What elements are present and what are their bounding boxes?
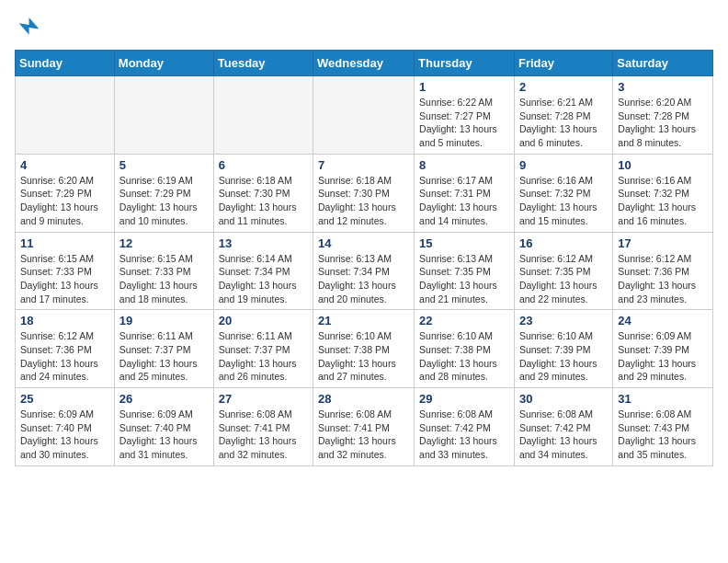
calendar-body: 1Sunrise: 6:22 AM Sunset: 7:27 PM Daylig… (16, 76, 713, 466)
day-number: 22 (419, 314, 509, 327)
week-row: 18Sunrise: 6:12 AM Sunset: 7:36 PM Dayli… (16, 310, 713, 388)
day-number: 20 (219, 314, 308, 327)
calendar-cell (313, 76, 415, 155)
calendar-cell: 6Sunrise: 6:18 AM Sunset: 7:30 PM Daylig… (213, 154, 313, 232)
calendar-cell: 21Sunrise: 6:10 AM Sunset: 7:38 PM Dayli… (313, 310, 415, 388)
svg-marker-0 (19, 17, 40, 35)
calendar-cell: 19Sunrise: 6:11 AM Sunset: 7:37 PM Dayli… (114, 310, 213, 388)
logo (15, 15, 44, 40)
calendar-cell: 15Sunrise: 6:13 AM Sunset: 7:35 PM Dayli… (415, 232, 515, 310)
calendar-cell: 28Sunrise: 6:08 AM Sunset: 7:41 PM Dayli… (313, 388, 415, 466)
calendar-cell: 24Sunrise: 6:09 AM Sunset: 7:39 PM Dayli… (613, 310, 713, 388)
calendar-cell: 30Sunrise: 6:08 AM Sunset: 7:42 PM Dayli… (514, 388, 612, 466)
day-number: 14 (318, 236, 409, 250)
calendar-cell: 23Sunrise: 6:10 AM Sunset: 7:39 PM Dayli… (514, 310, 612, 388)
day-number: 27 (219, 392, 308, 406)
day-number: 8 (419, 158, 509, 172)
calendar-header: SundayMondayTuesdayWednesdayThursdayFrid… (16, 51, 713, 76)
week-row: 25Sunrise: 6:09 AM Sunset: 7:40 PM Dayli… (16, 388, 713, 466)
day-info: Sunrise: 6:16 AM Sunset: 7:32 PM Dayligh… (618, 174, 708, 228)
day-info: Sunrise: 6:08 AM Sunset: 7:41 PM Dayligh… (318, 408, 409, 462)
day-number: 2 (519, 80, 608, 94)
day-info: Sunrise: 6:17 AM Sunset: 7:31 PM Dayligh… (419, 174, 509, 228)
day-info: Sunrise: 6:18 AM Sunset: 7:30 PM Dayligh… (318, 174, 409, 228)
day-number: 25 (20, 392, 109, 406)
day-number: 29 (419, 392, 509, 406)
day-number: 24 (618, 314, 708, 327)
day-of-week-header: Wednesday (313, 51, 415, 76)
day-number: 28 (318, 392, 409, 406)
day-number: 9 (519, 158, 608, 172)
calendar-cell: 22Sunrise: 6:10 AM Sunset: 7:38 PM Dayli… (415, 310, 515, 388)
day-number: 1 (419, 80, 509, 94)
day-info: Sunrise: 6:12 AM Sunset: 7:35 PM Dayligh… (519, 252, 608, 306)
calendar-cell: 27Sunrise: 6:08 AM Sunset: 7:41 PM Dayli… (213, 388, 313, 466)
day-info: Sunrise: 6:19 AM Sunset: 7:29 PM Dayligh… (119, 174, 209, 228)
day-of-week-header: Sunday (16, 51, 115, 76)
day-info: Sunrise: 6:10 AM Sunset: 7:39 PM Dayligh… (519, 329, 608, 384)
calendar-cell: 8Sunrise: 6:17 AM Sunset: 7:31 PM Daylig… (415, 154, 515, 232)
calendar-cell: 7Sunrise: 6:18 AM Sunset: 7:30 PM Daylig… (313, 154, 415, 232)
day-of-week-header: Tuesday (213, 51, 313, 76)
day-info: Sunrise: 6:09 AM Sunset: 7:40 PM Dayligh… (20, 408, 109, 462)
day-number: 4 (20, 158, 109, 172)
day-info: Sunrise: 6:14 AM Sunset: 7:34 PM Dayligh… (219, 252, 308, 306)
day-info: Sunrise: 6:20 AM Sunset: 7:29 PM Dayligh… (20, 174, 109, 228)
calendar-cell: 3Sunrise: 6:20 AM Sunset: 7:28 PM Daylig… (613, 76, 713, 155)
calendar-cell: 1Sunrise: 6:22 AM Sunset: 7:27 PM Daylig… (415, 76, 515, 155)
calendar-cell (16, 76, 115, 155)
calendar-cell: 13Sunrise: 6:14 AM Sunset: 7:34 PM Dayli… (213, 232, 313, 310)
day-of-week-header: Thursday (415, 51, 515, 76)
day-number: 5 (119, 158, 209, 172)
day-number: 12 (119, 236, 209, 250)
page: SundayMondayTuesdayWednesdayThursdayFrid… (0, 0, 728, 481)
days-of-week-row: SundayMondayTuesdayWednesdayThursdayFrid… (16, 51, 713, 76)
day-number: 26 (119, 392, 209, 406)
day-info: Sunrise: 6:11 AM Sunset: 7:37 PM Dayligh… (119, 329, 209, 384)
day-number: 3 (618, 80, 708, 94)
calendar-cell: 29Sunrise: 6:08 AM Sunset: 7:42 PM Dayli… (415, 388, 515, 466)
calendar-cell: 26Sunrise: 6:09 AM Sunset: 7:40 PM Dayli… (114, 388, 213, 466)
day-number: 10 (618, 158, 708, 172)
day-number: 13 (219, 236, 308, 250)
day-info: Sunrise: 6:12 AM Sunset: 7:36 PM Dayligh… (618, 252, 708, 306)
calendar-cell: 14Sunrise: 6:13 AM Sunset: 7:34 PM Dayli… (313, 232, 415, 310)
day-number: 6 (219, 158, 308, 172)
day-info: Sunrise: 6:08 AM Sunset: 7:43 PM Dayligh… (618, 408, 708, 462)
week-row: 1Sunrise: 6:22 AM Sunset: 7:27 PM Daylig… (16, 76, 713, 155)
day-info: Sunrise: 6:16 AM Sunset: 7:32 PM Dayligh… (519, 174, 608, 228)
calendar-cell: 25Sunrise: 6:09 AM Sunset: 7:40 PM Dayli… (16, 388, 115, 466)
day-info: Sunrise: 6:08 AM Sunset: 7:42 PM Dayligh… (519, 408, 608, 462)
calendar-cell: 5Sunrise: 6:19 AM Sunset: 7:29 PM Daylig… (114, 154, 213, 232)
calendar-cell: 12Sunrise: 6:15 AM Sunset: 7:33 PM Dayli… (114, 232, 213, 310)
day-number: 15 (419, 236, 509, 250)
day-info: Sunrise: 6:10 AM Sunset: 7:38 PM Dayligh… (318, 329, 409, 384)
calendar-cell (114, 76, 213, 155)
day-info: Sunrise: 6:15 AM Sunset: 7:33 PM Dayligh… (20, 252, 109, 306)
day-info: Sunrise: 6:18 AM Sunset: 7:30 PM Dayligh… (219, 174, 308, 228)
day-of-week-header: Friday (514, 51, 612, 76)
calendar-cell: 16Sunrise: 6:12 AM Sunset: 7:35 PM Dayli… (514, 232, 612, 310)
calendar-cell: 31Sunrise: 6:08 AM Sunset: 7:43 PM Dayli… (613, 388, 713, 466)
day-info: Sunrise: 6:12 AM Sunset: 7:36 PM Dayligh… (20, 329, 109, 384)
day-info: Sunrise: 6:13 AM Sunset: 7:35 PM Dayligh… (419, 252, 509, 306)
logo-icon (15, 15, 40, 40)
calendar-cell: 9Sunrise: 6:16 AM Sunset: 7:32 PM Daylig… (514, 154, 612, 232)
day-info: Sunrise: 6:10 AM Sunset: 7:38 PM Dayligh… (419, 329, 509, 384)
day-number: 19 (119, 314, 209, 327)
day-info: Sunrise: 6:08 AM Sunset: 7:41 PM Dayligh… (219, 408, 308, 462)
day-number: 23 (519, 314, 608, 327)
day-info: Sunrise: 6:08 AM Sunset: 7:42 PM Dayligh… (419, 408, 509, 462)
day-info: Sunrise: 6:20 AM Sunset: 7:28 PM Dayligh… (618, 96, 708, 150)
week-row: 11Sunrise: 6:15 AM Sunset: 7:33 PM Dayli… (16, 232, 713, 310)
day-info: Sunrise: 6:21 AM Sunset: 7:28 PM Dayligh… (519, 96, 608, 150)
day-number: 21 (318, 314, 409, 327)
calendar-cell: 18Sunrise: 6:12 AM Sunset: 7:36 PM Dayli… (16, 310, 115, 388)
calendar-cell: 2Sunrise: 6:21 AM Sunset: 7:28 PM Daylig… (514, 76, 612, 155)
day-info: Sunrise: 6:13 AM Sunset: 7:34 PM Dayligh… (318, 252, 409, 306)
calendar-cell: 20Sunrise: 6:11 AM Sunset: 7:37 PM Dayli… (213, 310, 313, 388)
day-info: Sunrise: 6:09 AM Sunset: 7:39 PM Dayligh… (618, 329, 708, 384)
calendar-table: SundayMondayTuesdayWednesdayThursdayFrid… (15, 50, 713, 466)
day-number: 30 (519, 392, 608, 406)
day-of-week-header: Saturday (613, 51, 713, 76)
